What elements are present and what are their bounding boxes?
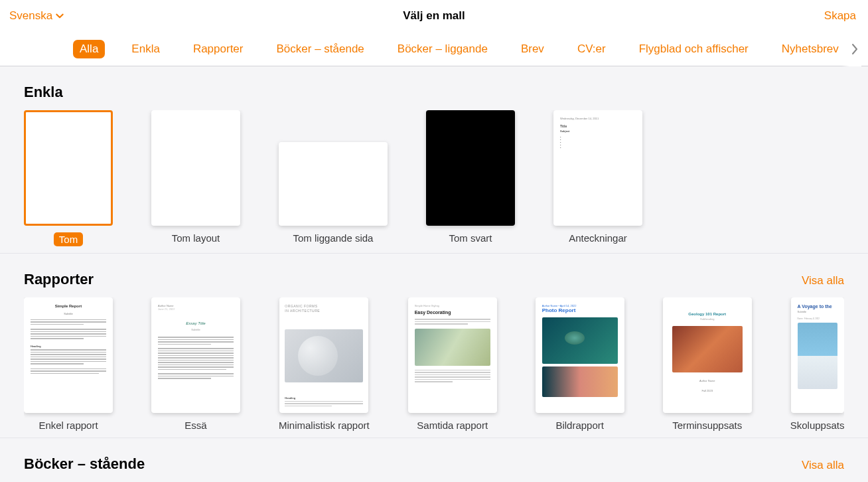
template-blank-label: Tom	[54, 232, 83, 246]
template-photo-report-label: Bildrapport	[555, 420, 604, 431]
category-all[interactable]: Alla	[73, 40, 105, 58]
template-minimalist-report-thumb: ORGANIC FORMS IN ARCHITECTURE Heading	[279, 297, 368, 413]
template-simple-report-thumb: Simple Report Subtitle Heading	[24, 297, 113, 413]
template-contemporary-report-label: Samtida rapport	[417, 420, 488, 431]
chevron-down-icon	[55, 11, 64, 21]
category-cards[interactable]: Kort	[865, 40, 868, 58]
template-essay-label: Essä	[184, 420, 206, 431]
template-blank-layout-thumb	[151, 110, 240, 226]
category-bar: Alla Enkla Rapporter Böcker – stående Bö…	[0, 32, 868, 66]
section-books-portrait-title: Böcker – stående	[24, 455, 145, 473]
template-minimalist-report[interactable]: ORGANIC FORMS IN ARCHITECTURE Heading Mi…	[279, 297, 370, 431]
template-blank-thumb	[24, 110, 113, 226]
category-flyers[interactable]: Flygblad och affischer	[632, 40, 755, 58]
template-term-paper-label: Terminsuppsats	[672, 420, 742, 431]
reports-template-row: Simple Report Subtitle Heading Enkel rap…	[24, 297, 844, 431]
header: Svenska Välj en mall Skapa	[0, 0, 868, 32]
create-button[interactable]: Skapa	[824, 0, 856, 32]
template-blank-black-label: Tom svart	[449, 232, 492, 244]
category-basic[interactable]: Enkla	[125, 40, 167, 58]
section-books-portrait: Böcker – stående Visa alla	[0, 438, 868, 482]
category-scroll-right[interactable]	[841, 32, 861, 66]
template-contemporary-report[interactable]: Simple Home Styling Easy Decorating	[408, 297, 497, 431]
template-blank-landscape[interactable]: Tom liggande sida	[279, 110, 388, 246]
template-term-paper-thumb: Geology 101 Report Subheading Author Nam…	[663, 297, 752, 413]
category-letters[interactable]: Brev	[514, 40, 551, 58]
section-books-portrait-showall[interactable]: Visa alla	[802, 459, 844, 472]
template-blank-layout-label: Tom layout	[172, 232, 220, 244]
template-school-report[interactable]: A Voyage to the Subtitle Name · February…	[790, 297, 844, 431]
content-area: Enkla Tom Tom layout Tom liggande sida T…	[0, 66, 868, 482]
section-reports-showall[interactable]: Visa alla	[802, 274, 844, 287]
template-blank-black[interactable]: Tom svart	[426, 110, 515, 246]
chevron-right-icon	[851, 43, 859, 55]
basic-template-row: Tom Tom layout Tom liggande sida Tom sva…	[24, 110, 844, 246]
section-reports-title: Rapporter	[24, 271, 94, 288]
category-books-portrait[interactable]: Böcker – stående	[270, 40, 371, 58]
template-simple-report-label: Enkel rapport	[38, 420, 98, 431]
template-contemporary-report-thumb: Simple Home Styling Easy Decorating	[408, 297, 497, 413]
template-notes-thumb: Wednesday, December 14, 2011 Title Subje…	[553, 110, 642, 226]
page-title: Välj en mall	[403, 9, 465, 23]
template-blank-layout[interactable]: Tom layout	[151, 110, 240, 246]
category-reports[interactable]: Rapporter	[186, 40, 250, 58]
template-photo-report-thumb: Author Name • April 14, 2022 Photo Repor…	[536, 297, 624, 413]
template-photo-report[interactable]: Author Name • April 14, 2022 Photo Repor…	[536, 297, 624, 431]
template-blank-landscape-thumb	[279, 142, 388, 226]
template-term-paper[interactable]: Geology 101 Report Subheading Author Nam…	[663, 297, 752, 431]
template-school-report-thumb: A Voyage to the Subtitle Name · February…	[791, 297, 844, 413]
language-label: Svenska	[9, 9, 52, 23]
section-basic-title: Enkla	[24, 84, 63, 101]
category-books-landscape[interactable]: Böcker – liggande	[391, 40, 494, 58]
template-notes-label: Anteckningar	[569, 232, 627, 244]
template-essay-thumb: Author Name June 21, 2022 Essay Title Su…	[151, 297, 240, 413]
template-minimalist-report-label: Minimalistisk rapport	[279, 420, 370, 431]
section-basic: Enkla Tom Tom layout Tom liggande sida T…	[0, 66, 868, 254]
template-notes[interactable]: Wednesday, December 14, 2011 Title Subje…	[553, 110, 642, 246]
category-newsletters[interactable]: Nyhetsbrev	[775, 40, 845, 58]
template-school-report-label: Skoluppsats	[790, 420, 844, 431]
category-resumes[interactable]: CV:er	[571, 40, 613, 58]
template-blank-black-thumb	[426, 110, 515, 226]
template-blank-landscape-label: Tom liggande sida	[293, 232, 374, 244]
template-simple-report[interactable]: Simple Report Subtitle Heading Enkel rap…	[24, 297, 113, 431]
template-blank[interactable]: Tom	[24, 110, 113, 246]
language-selector[interactable]: Svenska	[9, 0, 64, 32]
section-reports: Rapporter Visa alla Simple Report Subtit…	[0, 254, 868, 438]
template-essay[interactable]: Author Name June 21, 2022 Essay Title Su…	[151, 297, 240, 431]
